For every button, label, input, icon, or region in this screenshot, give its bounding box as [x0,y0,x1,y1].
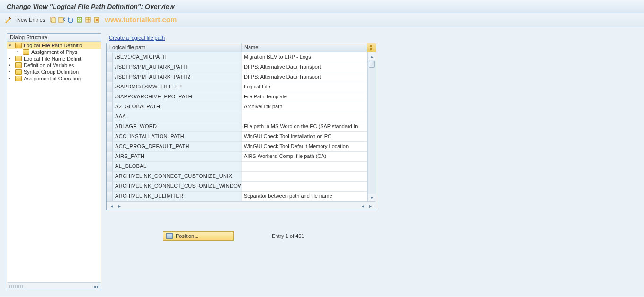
hscroll-left2-icon[interactable]: ◂ [359,203,366,209]
row-selector[interactable] [107,102,113,112]
cell-path[interactable]: ARCHIVELINK_CONNECT_CUSTOMIZE_WINDOWS [113,182,242,191]
col-header-path[interactable]: Logical file path [107,43,242,52]
edit-icon[interactable] [5,16,12,24]
tree-node[interactable]: •Assignment of Operating [7,75,101,82]
hscroll-right2-icon[interactable]: ▸ [367,203,374,209]
row-selector[interactable] [107,82,113,92]
grid-select-icon[interactable] [85,16,91,24]
row-selector[interactable] [107,132,113,141]
position-button[interactable]: Position... [163,231,234,241]
row-selector[interactable] [107,142,113,151]
table-row: AL_GLOBAL [107,162,367,172]
tree-node[interactable]: •Assignment of Physi [7,49,101,55]
table-row: ACC_INSTALLATION_PATHWinGUI Check Tool I… [107,132,367,142]
tree-header: Dialog Structure [7,34,101,42]
row-selector[interactable] [107,52,113,62]
table-row: ARCHIVELINK_DELIMITERSeparator between p… [107,192,367,201]
grid-deselect-icon[interactable] [93,16,100,24]
folder-closed-icon [15,76,22,81]
cell-path[interactable]: /SAPDMC/LSMW_FILE_LP [113,82,242,92]
tree-node-label: Logical File Name Definiti [24,56,83,61]
cell-path[interactable]: /SAPPO/ARCHIVE_PPO_PATH [113,92,242,102]
expand-icon[interactable]: • [17,50,21,54]
row-selector[interactable] [107,92,113,102]
svg-rect-5 [80,18,81,19]
col-header-name[interactable]: Name [242,43,367,52]
row-selector[interactable] [107,112,113,122]
cell-name[interactable]: DFPS: Alternative Data Transport [242,72,367,82]
create-link[interactable]: Create a logical file path [109,35,165,41]
collapse-icon[interactable]: ▾ [9,43,13,48]
row-selector[interactable] [107,182,113,191]
cell-name[interactable]: AIRS Workers' Comp. file path (CA) [242,152,367,161]
folder-closed-icon [15,56,22,61]
undo-icon[interactable] [67,16,74,24]
cell-name[interactable]: ArchiveLink path [242,102,367,112]
table-row: /BEV1/CA_MIGPATHMigration BEV to ERP - L… [107,52,367,62]
tree-node[interactable]: •Syntax Group Definition [7,69,101,75]
cell-name[interactable]: Separator between path and file name [242,192,367,201]
table-row: /ISDFPS/PM_AUTARK_PATH2DFPS: Alternative… [107,72,367,82]
table-rows: /BEV1/CA_MIGPATHMigration BEV to ERP - L… [107,52,367,201]
cell-name[interactable]: File path in MS Word on the PC (SAP stan… [242,122,367,131]
tree-node-label: Definition of Variables [24,62,74,68]
cell-path[interactable]: ARCHIVELINK_DELIMITER [113,192,242,201]
row-selector[interactable] [107,162,113,171]
cell-path[interactable]: AIRS_PATH [113,152,242,161]
tree-scroll-left-icon[interactable]: ◂ [93,284,96,289]
hscroll-left-icon[interactable]: ◂ [108,203,115,209]
cell-name[interactable] [242,112,367,122]
scroll-down-icon[interactable]: ▾ [368,194,376,201]
row-selector[interactable] [107,122,113,131]
tree-node[interactable]: •Definition of Variables [7,62,101,69]
row-selector[interactable] [107,192,113,201]
folder-open-icon [15,43,22,48]
cell-path[interactable]: /ISDFPS/PM_AUTARK_PATH [113,62,242,72]
cell-name[interactable] [242,162,367,171]
cell-path[interactable]: ACC_INSTALLATION_PATH [113,132,242,141]
hscroll-right-icon[interactable]: ▸ [116,203,123,209]
tree-node[interactable]: ▾Logical File Path Definitio [7,42,101,49]
cell-name[interactable]: WinGUI Check Tool Default Memory Locatio… [242,142,367,151]
resize-handle[interactable] [9,285,23,288]
save-variant-icon[interactable] [58,16,65,24]
row-selector[interactable] [107,172,113,181]
cell-name[interactable]: DFPS: Alternative Data Transport [242,62,367,72]
new-entries-button[interactable]: New Entries [17,16,45,24]
expand-icon[interactable]: • [9,56,13,61]
expand-icon[interactable]: • [9,70,13,74]
vertical-scrollbar[interactable]: ▴ ▾ [367,52,376,201]
tree-scroll-right-icon[interactable]: ▸ [97,284,99,289]
cell-path[interactable]: A2_GLOBALPATH [113,102,242,112]
cell-path[interactable]: /BEV1/CA_MIGPATH [113,52,242,62]
row-selector[interactable] [107,152,113,161]
tree-node[interactable]: •Logical File Name Definiti [7,55,101,62]
cell-name[interactable]: Logical File [242,82,367,92]
scroll-up-icon[interactable]: ▴ [368,52,376,60]
cell-name[interactable] [242,182,367,191]
expand-icon[interactable]: • [9,63,13,68]
cell-path[interactable]: /ISDFPS/PM_AUTARK_PATH2 [113,72,242,82]
cell-name[interactable]: File Path Template [242,92,367,102]
table-header: Logical file path Name [107,43,376,52]
table-row: AIRS_PATHAIRS Workers' Comp. file path (… [107,152,367,162]
copy-icon[interactable] [50,16,56,24]
entry-counter: Entry 1 of 461 [272,233,304,239]
cell-path[interactable]: ABLAGE_WORD [113,122,242,131]
cell-path[interactable]: AL_GLOBAL [113,162,242,171]
table-config-button[interactable] [367,43,376,52]
cell-name[interactable]: Migration BEV to ERP - Logs [242,52,367,62]
row-selector[interactable] [107,72,113,82]
tree-node-label: Assignment of Physi [31,49,79,55]
cell-name[interactable] [242,172,367,181]
row-selector[interactable] [107,62,113,72]
cell-name[interactable]: WinGUI Check Tool Installation on PC [242,132,367,141]
cell-path[interactable]: ACC_PROG_DEFAULT_PATH [113,142,242,151]
scroll-track[interactable] [368,60,376,194]
expand-icon[interactable]: • [9,76,13,81]
select-all-icon[interactable] [76,16,83,24]
cell-path[interactable]: ARCHIVELINK_CONNECT_CUSTOMIZE_UNIX [113,172,242,181]
cell-path[interactable]: AAA [113,112,242,122]
dialog-structure-panel: Dialog Structure ▾Logical File Path Defi… [7,33,101,290]
scroll-thumb[interactable] [369,61,375,68]
